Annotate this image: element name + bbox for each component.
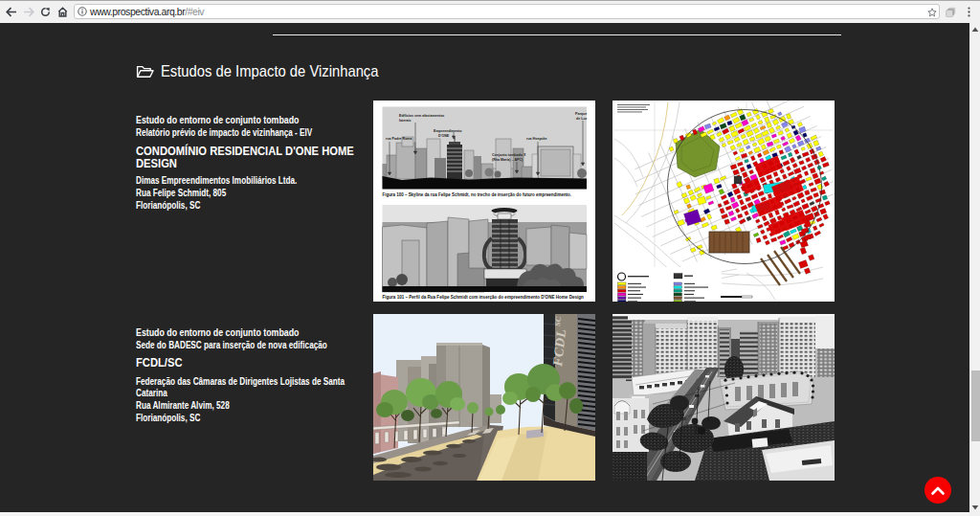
svg-text:laterais: laterais: [399, 119, 412, 123]
svg-text:Conjunto tombado X: Conjunto tombado X: [492, 153, 526, 157]
svg-text:Empreendimento: Empreendimento: [434, 129, 462, 133]
svg-text:Figura 101 – Perfil da Rua Fe: Figura 101 – Perfil da Rua Felipe Schmid…: [383, 295, 585, 300]
svg-text:de Luz: de Luz: [576, 117, 588, 121]
svg-text:rua Hoepcke: rua Hoepcke: [526, 137, 547, 141]
svg-text:SC: SC: [553, 316, 563, 326]
svg-text:Parque: Parque: [575, 112, 587, 116]
svg-text:Edifícios sem afastamentos: Edifícios sem afastamentos: [399, 114, 444, 118]
svg-text:rua Padre Roma: rua Padre Roma: [386, 137, 413, 141]
svg-text:Figura 100 – Skyline da rua Fe: Figura 100 – Skyline da rua Felipe Schmi…: [383, 192, 572, 197]
svg-text:D'ONE: D'ONE: [438, 134, 450, 138]
svg-text:(Rita Maria) – APC): (Rita Maria) – APC): [492, 158, 523, 162]
